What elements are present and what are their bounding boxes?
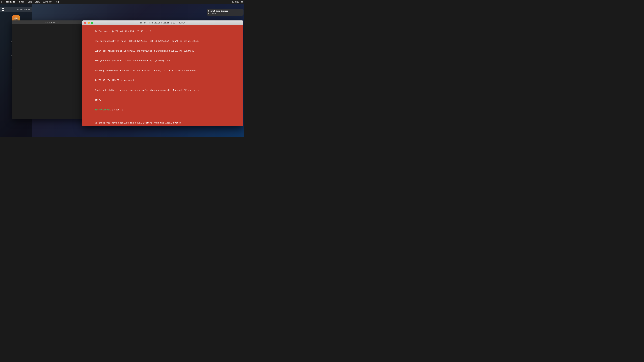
bg-terminal-title: 169.254.125.55 xyxy=(44,21,59,23)
maximize-button[interactable] xyxy=(91,22,93,24)
close-button[interactable] xyxy=(84,22,86,24)
term-line-1: Jeffs-iMac:~ jeff$ ssh 169.254.125.55 -p… xyxy=(84,26,241,36)
terminal-content[interactable]: Jeffs-iMac:~ jeff$ ssh 169.254.125.55 -p… xyxy=(82,25,243,126)
bg-terminal-window[interactable]: 169.254.125.55 xyxy=(12,20,92,119)
menu-terminal[interactable]: Terminal xyxy=(4,0,18,4)
term-lecture-1: We trust you have received the usual lec… xyxy=(84,118,241,126)
menu-help[interactable]: Help xyxy=(53,0,61,4)
minimize-button[interactable] xyxy=(88,22,90,24)
bg-terminal-content xyxy=(12,24,92,119)
notification: Sonnet Echo Express ture mov xyxy=(206,9,244,15)
menu-clock: Thu 4:20 PM xyxy=(230,1,243,3)
term-line-6: jeff@169.254.125.55's password: xyxy=(84,76,241,85)
bg-terminal-titlebar: 169.254.125.55 xyxy=(12,20,92,24)
terminal-title: 🖥 jeff — ssh 169.254.125.55 -p 22 — 80×2… xyxy=(140,22,185,24)
term-line-5: Warning: Permanently added '169.254.125.… xyxy=(84,66,241,76)
menu-shell[interactable]: Shell xyxy=(18,0,26,4)
term-prompt-line: Jeff@Videos:/$ sudo -i xyxy=(84,105,241,115)
term-line-2: The authenticity of host '169.254.125.55… xyxy=(84,36,241,46)
dsm-address: 169.254.125.55 xyxy=(16,8,30,11)
traffic-lights xyxy=(84,22,93,24)
term-line-7: Could not chdir to home directory /var/s… xyxy=(84,85,241,95)
dsm-grid-icon[interactable] xyxy=(2,8,4,11)
notification-title: Sonnet Echo Express xyxy=(208,10,242,12)
term-line-4: Are you sure you want to continue connec… xyxy=(84,56,241,66)
term-blank-1 xyxy=(84,115,241,118)
menu-window[interactable]: Window xyxy=(42,0,53,4)
menubar-right: Thu 4:20 PM xyxy=(230,1,243,3)
dsm-taskbar: 169.254.125.55 xyxy=(0,7,32,12)
menubar:  Terminal Shell Edit View Window Help T… xyxy=(0,0,244,4)
apple-menu[interactable]:  xyxy=(1,0,3,3)
menu-edit[interactable]: Edit xyxy=(26,0,33,4)
terminal-title-text: jeff — ssh 169.254.125.55 -p 22 — 80×24 xyxy=(143,22,185,24)
term-line-3: ECDSA key fingerprint is SHA256:R+1JXsQi… xyxy=(84,46,241,56)
notification-text: ture mov xyxy=(208,12,242,14)
desktop: 169.254.125.55 📦 Package Center 🔧 Contro… xyxy=(0,4,244,137)
terminal-title-icon: 🖥 xyxy=(140,22,142,24)
menu-view[interactable]: View xyxy=(33,0,41,4)
terminal-window[interactable]: 🖥 jeff — ssh 169.254.125.55 -p 22 — 80×2… xyxy=(82,20,243,126)
terminal-titlebar: 🖥 jeff — ssh 169.254.125.55 -p 22 — 80×2… xyxy=(82,20,243,25)
term-line-8: ctory xyxy=(84,95,241,105)
